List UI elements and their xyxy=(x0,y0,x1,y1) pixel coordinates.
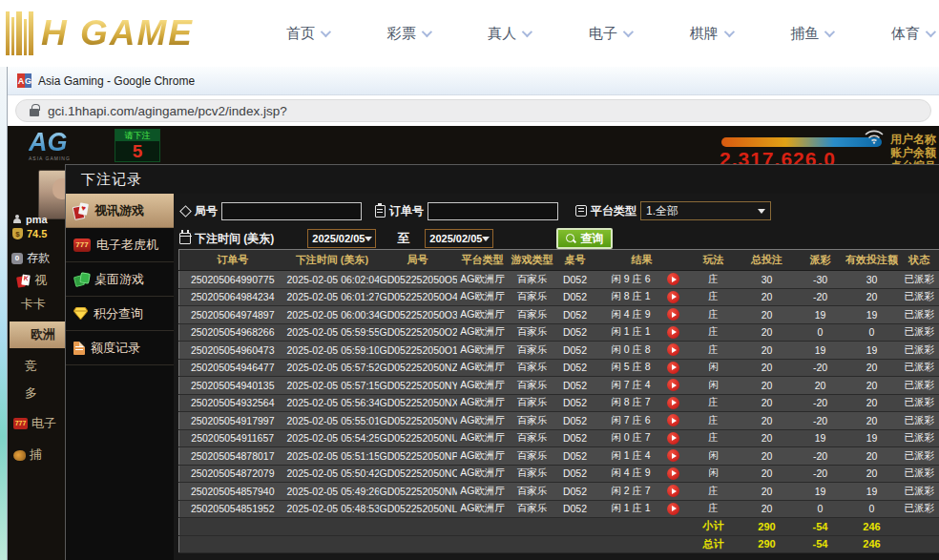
cell-bet: 20 xyxy=(738,465,797,483)
menu-item-table-games[interactable]: 桌面游戏 xyxy=(66,262,174,297)
play-video-button[interactable] xyxy=(667,379,679,391)
cell-bet: 20 xyxy=(738,394,797,412)
cell-game: 百家乐 xyxy=(509,271,556,289)
play-video-button[interactable] xyxy=(667,449,679,462)
cell-game: 百家乐 xyxy=(509,500,556,518)
cell-round: GD052252050O4 xyxy=(379,288,457,306)
filter-row-2: 下注时间 (美东) 2025/02/05 至 2025/02/05 查询 xyxy=(174,227,939,250)
result-text: 闲 1 庄 4 xyxy=(595,449,667,463)
play-video-button[interactable] xyxy=(667,362,679,374)
balance-text: 74.5 xyxy=(27,228,47,239)
play-video-button[interactable] xyxy=(667,343,679,356)
nav-label: 体育 xyxy=(891,25,920,43)
chrome-toolbar: gci.1hhapi.com/agingame/pcv2/index.jsp? xyxy=(8,95,939,126)
play-video-button[interactable] xyxy=(667,273,679,285)
nav-item-sports[interactable]: 体育 xyxy=(891,25,933,43)
nav-item-live[interactable]: 真人 xyxy=(488,25,530,43)
play-video-button[interactable] xyxy=(667,485,679,497)
bet-records-modal: 下注记录 视讯游戏 777 电子老虎机 桌面游戏 xyxy=(65,164,939,560)
play-video-button[interactable] xyxy=(667,308,679,321)
bet-table-wrap: 订单号 下注时间 (美东) 局号 平台类型 游戏类型 桌号 结果 玩法 总投注 xyxy=(178,249,939,553)
cell-time: 2025-02-05 05:59:10 xyxy=(286,342,379,360)
cards-icon xyxy=(73,203,89,218)
menu-item-points-query[interactable]: 积分查询 xyxy=(66,297,174,331)
slot-777-icon: 777 xyxy=(73,239,91,252)
cell-payout: -20 xyxy=(797,447,845,466)
menu-item-quota-records[interactable]: 额度记录 xyxy=(66,331,174,365)
chevron-down-icon xyxy=(926,27,936,37)
date-from-picker[interactable]: 2025/02/05 xyxy=(307,229,376,248)
cell-status: 已派彩 xyxy=(900,271,939,289)
cell-result: 闲 1 庄 4 xyxy=(595,447,690,466)
cell-order: 250205054857940 xyxy=(179,483,286,501)
cell-payout: 19 xyxy=(797,306,845,324)
play-video-button[interactable] xyxy=(667,291,679,303)
logo-text: H GAME xyxy=(41,13,194,53)
cell-valid: 30 xyxy=(845,271,900,289)
play-video-button[interactable] xyxy=(667,414,679,426)
address-bar[interactable]: gci.1hhapi.com/agingame/pcv2/index.jsp? xyxy=(15,99,931,122)
platform-select[interactable]: 1.全部 xyxy=(640,201,771,220)
play-video-button[interactable] xyxy=(667,326,679,339)
cell-play: 庄 xyxy=(690,483,738,501)
cell-round: GD052252050O3 xyxy=(379,306,457,324)
cell-valid: 19 xyxy=(845,342,900,360)
nav-item-board[interactable]: 棋牌 xyxy=(690,25,732,43)
query-button-label: 查询 xyxy=(580,231,603,247)
order-input[interactable] xyxy=(428,202,558,220)
desktop-edge-strip xyxy=(0,67,7,560)
cell-payout: 19 xyxy=(797,429,845,447)
query-button[interactable]: 查询 xyxy=(556,228,613,249)
nav-item-fishing[interactable]: 捕鱼 xyxy=(790,25,832,43)
menu-item-slot-machines[interactable]: 777 电子老虎机 xyxy=(66,228,174,262)
chevron-down-icon xyxy=(723,27,734,37)
fish-icon xyxy=(13,450,26,461)
cell-platform: AG欧洲厅 xyxy=(457,377,509,395)
chrome-window: AG Asia Gaming - Google Chrome gci.1hhap… xyxy=(7,67,939,560)
subtotal-bet: 290 xyxy=(738,518,797,536)
result-text: 闲 2 庄 7 xyxy=(595,485,667,498)
cell-result: 闲 1 庄 1 xyxy=(595,500,690,518)
cell-result: 闲 7 庄 4 xyxy=(595,377,690,395)
balance-stub: $74.5 xyxy=(12,228,47,239)
cell-valid: 0 xyxy=(845,500,900,518)
lock-icon xyxy=(30,109,39,116)
chrome-titlebar[interactable]: AG Asia Gaming - Google Chrome xyxy=(8,67,939,95)
nav-label: 棋牌 xyxy=(690,25,719,43)
cell-round: GD052252050O1 xyxy=(379,342,457,360)
play-video-button[interactable] xyxy=(667,397,679,409)
to-label: 至 xyxy=(397,230,409,247)
play-video-button[interactable] xyxy=(667,432,679,445)
round-input[interactable] xyxy=(221,202,362,220)
cell-time: 2025-02-05 05:50:42 xyxy=(286,465,379,483)
jackpot-progress-bar xyxy=(721,137,882,147)
cell-play: 庄 xyxy=(690,412,738,430)
cell-bet: 20 xyxy=(738,306,797,324)
modal-content: 局号 订单号 平台类型 1.全部 xyxy=(174,194,939,560)
result-text: 闲 4 庄 9 xyxy=(595,308,667,321)
date-to-picker[interactable]: 2025/02/05 xyxy=(425,229,493,248)
slot-777-icon: 777 xyxy=(13,418,28,429)
nav-item-slots[interactable]: 电子 xyxy=(589,25,631,43)
cell-valid: 20 xyxy=(845,377,900,395)
chevron-down-icon xyxy=(321,27,331,37)
countdown-label: 请下注 xyxy=(115,130,159,141)
grand-total-valid: 246 xyxy=(845,535,900,553)
cell-time: 2025-02-05 05:51:15 xyxy=(286,447,379,466)
nav-item-home[interactable]: 首页 xyxy=(286,25,328,43)
play-video-button[interactable] xyxy=(667,503,679,515)
sidebar-stub-duo: 多 xyxy=(25,384,37,402)
dropdown-arrow-icon xyxy=(758,209,765,214)
cell-bet: 20 xyxy=(738,323,797,342)
cell-result: 闲 0 庄 8 xyxy=(595,342,690,360)
nav-item-lottery[interactable]: 彩票 xyxy=(387,25,429,43)
play-video-button[interactable] xyxy=(667,467,679,480)
cell-result: 闲 4 庄 9 xyxy=(595,465,690,483)
cell-table: D052 xyxy=(556,465,595,483)
bet-table-head: 订单号 下注时间 (美东) 局号 平台类型 游戏类型 桌号 结果 玩法 总投注 xyxy=(179,250,939,271)
menu-item-video-games[interactable]: 视讯游戏 xyxy=(66,194,174,228)
platform-label: 平台类型 xyxy=(591,203,636,219)
table-row: 250205054911657 2025-02-05 05:54:25 GD05… xyxy=(179,429,939,447)
cell-table: D052 xyxy=(556,394,595,412)
cell-result: 闲 0 庄 7 xyxy=(595,429,690,447)
